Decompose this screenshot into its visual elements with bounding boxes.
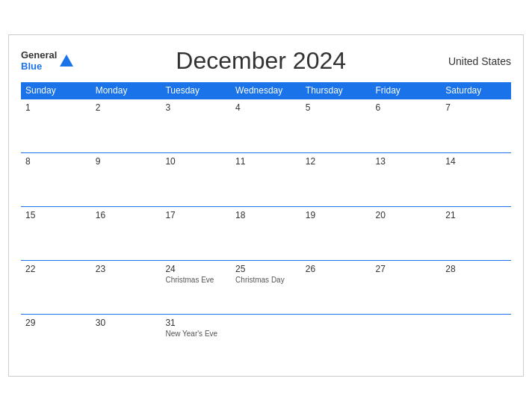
calendar-day-cell: 16 <box>91 207 161 261</box>
calendar-day-cell <box>231 315 301 368</box>
header-friday: Friday <box>371 82 442 99</box>
header-thursday: Thursday <box>301 82 371 99</box>
header-wednesday: Wednesday <box>231 82 301 99</box>
day-number: 27 <box>376 264 437 274</box>
calendar-day-cell: 31New Year's Eve <box>161 315 231 368</box>
day-number: 1 <box>25 102 87 113</box>
calendar-day-cell: 18 <box>231 207 301 261</box>
header-saturday: Saturday <box>441 82 511 99</box>
calendar-day-cell: 6 <box>371 99 442 153</box>
day-number: 5 <box>306 102 367 113</box>
day-number: 11 <box>235 156 297 167</box>
calendar-day-cell: 20 <box>371 207 442 261</box>
calendar-day-cell: 21 <box>441 207 511 261</box>
calendar-day-cell: 15 <box>21 207 91 261</box>
logo: General Blue <box>21 50 73 72</box>
day-number: 29 <box>25 318 87 328</box>
calendar-day-cell: 14 <box>441 153 511 207</box>
day-number: 26 <box>306 264 367 274</box>
logo-general-text: General <box>21 50 57 61</box>
calendar-day-cell <box>301 315 371 368</box>
day-number: 28 <box>445 264 507 274</box>
calendar-day-cell: 7 <box>441 99 511 153</box>
day-number: 4 <box>235 102 297 113</box>
holiday-label: Christmas Eve <box>165 276 226 284</box>
calendar-week-row: 1234567 <box>21 99 511 153</box>
header-sunday: Sunday <box>21 82 91 99</box>
calendar-body: 123456789101112131415161718192021222324C… <box>21 99 511 368</box>
calendar-day-cell: 11 <box>231 153 301 207</box>
day-number: 30 <box>96 318 157 328</box>
calendar-day-cell: 25Christmas Day <box>231 261 301 315</box>
weekday-header-row: Sunday Monday Tuesday Wednesday Thursday… <box>21 82 511 99</box>
calendar-week-row: 293031New Year's Eve <box>21 315 511 368</box>
calendar-week-row: 222324Christmas Eve25Christmas Day262728 <box>21 261 511 315</box>
logo-triangle-icon <box>60 55 73 67</box>
calendar-header: General Blue December 2024 United States <box>21 47 511 75</box>
calendar-day-cell: 10 <box>161 153 231 207</box>
day-number: 2 <box>96 102 157 113</box>
calendar-day-cell: 24Christmas Eve <box>161 261 231 315</box>
day-number: 19 <box>306 210 367 220</box>
calendar-week-row: 891011121314 <box>21 153 511 207</box>
calendar-day-cell <box>441 315 511 368</box>
calendar-day-cell <box>371 315 442 368</box>
logo-blue-text: Blue <box>21 61 57 72</box>
day-number: 16 <box>96 210 157 220</box>
day-number: 18 <box>235 210 297 220</box>
calendar-title: December 2024 <box>176 47 346 75</box>
calendar-week-row: 15161718192021 <box>21 207 511 261</box>
calendar-thead: Sunday Monday Tuesday Wednesday Thursday… <box>21 82 511 99</box>
day-number: 14 <box>445 156 507 167</box>
calendar-day-cell: 1 <box>21 99 91 153</box>
day-number: 7 <box>445 102 507 113</box>
day-number: 25 <box>235 264 297 274</box>
calendar-grid: Sunday Monday Tuesday Wednesday Thursday… <box>21 82 511 368</box>
calendar-day-cell: 23 <box>91 261 161 315</box>
calendar-day-cell: 5 <box>301 99 371 153</box>
header-tuesday: Tuesday <box>161 82 231 99</box>
day-number: 3 <box>165 102 226 113</box>
calendar-day-cell: 3 <box>161 99 231 153</box>
day-number: 9 <box>96 156 157 167</box>
country-label: United States <box>448 55 511 67</box>
calendar-day-cell: 2 <box>91 99 161 153</box>
day-number: 31 <box>165 318 226 328</box>
day-number: 12 <box>306 156 367 167</box>
calendar-day-cell: 8 <box>21 153 91 207</box>
logo-text: General Blue <box>21 50 57 72</box>
calendar-day-cell: 12 <box>301 153 371 207</box>
calendar-day-cell: 29 <box>21 315 91 368</box>
day-number: 22 <box>25 264 87 274</box>
calendar-day-cell: 19 <box>301 207 371 261</box>
day-number: 17 <box>165 210 226 220</box>
calendar-day-cell: 9 <box>91 153 161 207</box>
calendar-day-cell: 30 <box>91 315 161 368</box>
holiday-label: Christmas Day <box>235 276 297 284</box>
day-number: 20 <box>376 210 437 220</box>
holiday-label: New Year's Eve <box>165 330 226 338</box>
day-number: 6 <box>376 102 437 113</box>
calendar-day-cell: 26 <box>301 261 371 315</box>
day-number: 24 <box>165 264 226 274</box>
day-number: 21 <box>445 210 507 220</box>
calendar-day-cell: 27 <box>371 261 442 315</box>
calendar-wrapper: General Blue December 2024 United States… <box>8 34 524 377</box>
calendar-day-cell: 28 <box>441 261 511 315</box>
calendar-day-cell: 13 <box>371 153 442 207</box>
day-number: 13 <box>376 156 437 167</box>
day-number: 10 <box>165 156 226 167</box>
calendar-day-cell: 4 <box>231 99 301 153</box>
calendar-day-cell: 22 <box>21 261 91 315</box>
header-monday: Monday <box>91 82 161 99</box>
day-number: 23 <box>96 264 157 274</box>
calendar-day-cell: 17 <box>161 207 231 261</box>
day-number: 15 <box>25 210 87 220</box>
day-number: 8 <box>25 156 87 167</box>
